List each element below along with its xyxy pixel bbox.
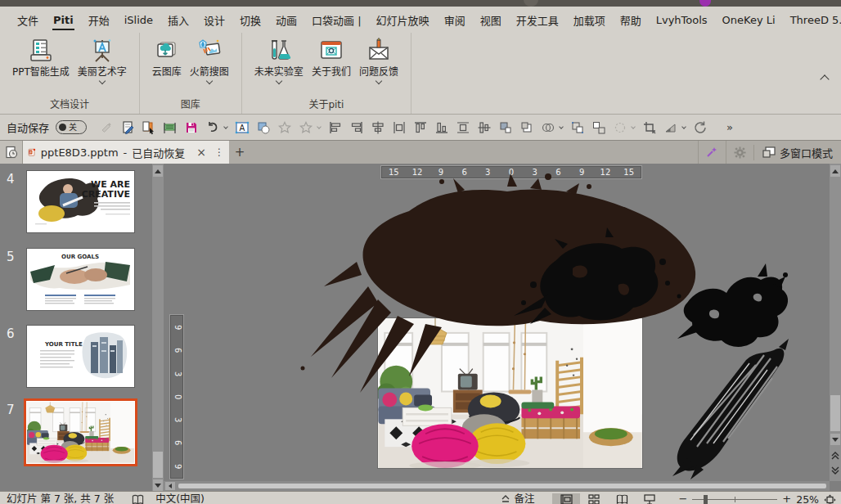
menu-tab-islide[interactable]: iSlide <box>117 8 160 31</box>
undo-icon[interactable] <box>203 118 223 137</box>
collapse-ribbon-button[interactable] <box>821 74 830 82</box>
scroll-down-button[interactable] <box>830 434 840 445</box>
living-room-photo[interactable] <box>378 318 642 468</box>
save-icon[interactable] <box>182 118 201 137</box>
menu-tab-home[interactable]: 开始 <box>81 7 117 33</box>
menu-tab-slideshow[interactable]: 幻灯片放映 <box>369 7 437 33</box>
tab-menu-icon[interactable]: ⋮ <box>214 146 224 158</box>
language-status[interactable]: 中文(中国) <box>155 493 205 504</box>
zoom-in-button[interactable]: + <box>782 493 791 504</box>
favorite-star-icon[interactable] <box>275 118 295 137</box>
normal-view-icon[interactable] <box>552 493 580 504</box>
group-icon[interactable] <box>568 118 587 137</box>
rocket-search-button[interactable]: 火箭搜图 <box>186 34 233 88</box>
shape-combine-icon[interactable] <box>254 118 273 137</box>
fit-to-window-icon[interactable] <box>824 494 836 504</box>
scroll-left-button[interactable] <box>165 482 175 490</box>
settings-button[interactable] <box>726 141 753 164</box>
ungroup-icon[interactable] <box>589 118 609 137</box>
ink-document-icon[interactable] <box>118 118 137 137</box>
previous-slide-button[interactable] <box>830 450 840 461</box>
menu-tab-addins[interactable]: 加载项 <box>566 7 613 33</box>
gradient-icon[interactable] <box>661 118 681 137</box>
format-painter-icon[interactable] <box>97 118 116 137</box>
smart-generate-icon <box>27 36 55 65</box>
feedback-button[interactable]: 问题反馈 <box>355 34 403 88</box>
favorite-star-menu-icon[interactable] <box>296 118 316 137</box>
bring-forward-icon[interactable] <box>496 118 515 137</box>
canvas-horizontal-scrollbar[interactable] <box>164 481 830 491</box>
placeholder-icon[interactable] <box>160 118 180 137</box>
menu-tab-threed[interactable]: ThreeD 5. <box>783 8 841 31</box>
zoom-out-button[interactable]: − <box>678 493 687 504</box>
qat-more-button[interactable]: » <box>726 121 733 133</box>
slide-4-thumbnail[interactable]: WE ARE CREATIVE <box>26 170 135 233</box>
scroll-down-button[interactable] <box>153 479 163 491</box>
beautiful-wordart-button[interactable]: 美丽艺术字 <box>74 34 131 88</box>
close-tab-icon[interactable]: × <box>196 146 206 159</box>
slide-number: 5 <box>7 250 15 264</box>
crop-icon[interactable] <box>640 118 659 137</box>
zoom-slider[interactable] <box>692 493 777 504</box>
menu-tab-insert[interactable]: 插入 <box>160 7 196 33</box>
menu-tab-design[interactable]: 设计 <box>196 7 232 33</box>
multiwindow-mode-button[interactable]: 多窗口模式 <box>753 145 841 160</box>
document-tab[interactable]: P pptE8D3.pptm - 已自动恢复 × ⋮ <box>23 141 229 164</box>
feedback-icon <box>365 36 393 65</box>
menu-tab-help[interactable]: 帮助 <box>613 7 649 33</box>
select-object-icon[interactable] <box>139 118 159 137</box>
align-right-icon[interactable] <box>347 118 367 137</box>
next-slide-button[interactable] <box>830 465 840 476</box>
menu-tab-piti[interactable]: Piti <box>46 8 81 31</box>
menu-tab-onekey[interactable]: OneKey Li <box>715 8 783 31</box>
new-tab-button[interactable]: + <box>229 141 250 164</box>
slide-sorter-icon[interactable] <box>580 493 608 504</box>
cloud-gallery-button[interactable]: 云图库 <box>148 34 186 88</box>
ppt-smart-generate-button[interactable]: PPT智能生成 <box>8 34 74 88</box>
notes-button[interactable]: 备注 <box>501 493 534 504</box>
scroll-up-button[interactable] <box>830 165 840 177</box>
distribute-vertical-icon[interactable] <box>453 118 473 137</box>
align-center-icon[interactable] <box>368 118 388 137</box>
textbox-icon[interactable]: A <box>232 118 252 137</box>
distribute-horizontal-icon[interactable] <box>389 118 409 137</box>
align-middle-icon[interactable] <box>474 118 494 137</box>
menu-tab-pocket-animation[interactable]: 口袋动画 | <box>304 7 369 33</box>
send-backward-icon[interactable] <box>517 118 537 137</box>
slide-canvas[interactable]: 15129 630 369 1215 963 036 9 <box>164 164 830 481</box>
menu-tab-file[interactable]: 文件 <box>10 7 46 33</box>
align-left-icon[interactable] <box>326 118 345 137</box>
zoom-slider-thumb[interactable] <box>704 495 708 504</box>
future-lab-button[interactable]: 未来实验室 <box>250 34 308 88</box>
menu-tab-transitions[interactable]: 切换 <box>232 7 268 33</box>
spellcheck-icon[interactable] <box>132 494 144 504</box>
align-top-icon[interactable] <box>411 118 430 137</box>
about-us-button[interactable]: 关于我们 <box>308 34 355 88</box>
canvas-vertical-scrollbar[interactable] <box>830 164 841 481</box>
rotate-icon[interactable] <box>690 118 710 137</box>
menu-tab-developer[interactable]: 开发工具 <box>509 7 566 33</box>
horizontal-ruler: 15129 630 369 1215 <box>381 166 641 178</box>
menu-tab-review[interactable]: 审阅 <box>437 7 473 33</box>
zoom-level[interactable]: 25% <box>796 493 819 504</box>
menu-tab-animations[interactable]: 动画 <box>268 7 304 33</box>
align-bottom-icon[interactable] <box>432 118 452 137</box>
slideshow-icon[interactable] <box>636 493 663 504</box>
thumbnail-scrollbar[interactable] <box>152 164 164 491</box>
menu-tab-lvyhtools[interactable]: LvyhTools <box>649 8 715 31</box>
magic-wand-button[interactable] <box>698 141 726 164</box>
combine-icon[interactable] <box>610 118 630 137</box>
menu-tab-view[interactable]: 视图 <box>473 7 509 33</box>
scrollbar-thumb[interactable] <box>153 452 163 478</box>
scrollbar-thumb[interactable] <box>178 484 826 488</box>
reading-view-icon[interactable] <box>608 493 636 504</box>
history-button[interactable] <box>0 141 23 164</box>
slide-7-thumbnail-selected[interactable] <box>26 401 135 464</box>
scroll-up-button[interactable] <box>153 165 163 177</box>
merge-shapes-icon[interactable] <box>538 118 558 137</box>
scrollbar-thumb[interactable] <box>830 395 840 431</box>
autosave-toggle[interactable]: 关 <box>56 120 87 134</box>
slide-5-thumbnail[interactable]: OUR GOALS <box>26 248 135 311</box>
notes-label: 备注 <box>514 493 534 504</box>
slide-6-thumbnail[interactable]: YOUR TITLE <box>26 325 135 388</box>
